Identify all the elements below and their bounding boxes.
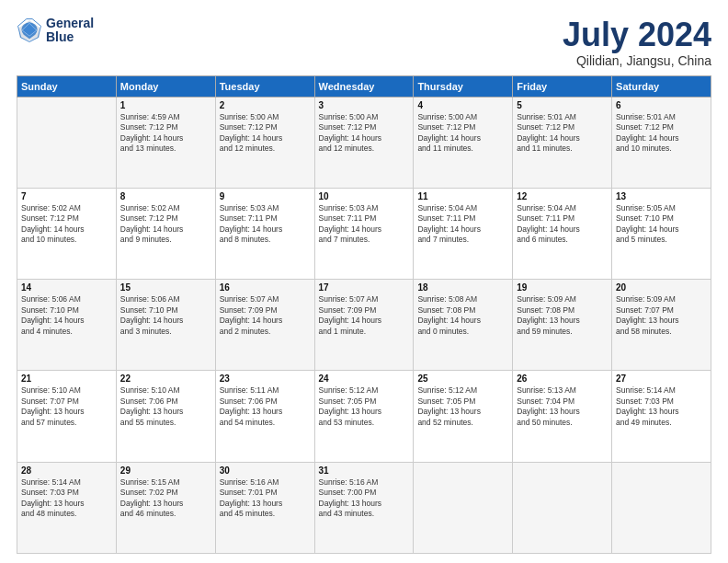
day-number: 23 bbox=[220, 373, 311, 384]
day-info: Sunrise: 5:07 AM Sunset: 7:09 PM Dayligh… bbox=[319, 294, 410, 337]
day-cell: 25Sunrise: 5:12 AM Sunset: 7:05 PM Dayli… bbox=[414, 371, 513, 462]
day-cell: 21Sunrise: 5:10 AM Sunset: 7:07 PM Dayli… bbox=[17, 371, 117, 462]
header-cell-monday: Monday bbox=[116, 75, 215, 97]
day-number: 20 bbox=[616, 282, 707, 293]
day-info: Sunrise: 5:00 AM Sunset: 7:12 PM Dayligh… bbox=[220, 112, 311, 155]
day-info: Sunrise: 5:02 AM Sunset: 7:12 PM Dayligh… bbox=[21, 203, 112, 246]
day-number: 26 bbox=[517, 373, 608, 384]
week-row-5: 28Sunrise: 5:14 AM Sunset: 7:03 PM Dayli… bbox=[17, 462, 711, 553]
day-number: 31 bbox=[319, 465, 410, 476]
day-info: Sunrise: 5:02 AM Sunset: 7:12 PM Dayligh… bbox=[120, 203, 211, 246]
day-info: Sunrise: 5:12 AM Sunset: 7:05 PM Dayligh… bbox=[319, 385, 410, 428]
day-number: 17 bbox=[319, 282, 410, 293]
day-number: 8 bbox=[120, 191, 211, 201]
day-cell: 18Sunrise: 5:08 AM Sunset: 7:08 PM Dayli… bbox=[414, 280, 513, 371]
day-info: Sunrise: 5:00 AM Sunset: 7:12 PM Dayligh… bbox=[417, 112, 508, 155]
day-info: Sunrise: 5:16 AM Sunset: 7:01 PM Dayligh… bbox=[220, 477, 311, 520]
logo-line2: Blue bbox=[46, 29, 74, 44]
day-cell: 24Sunrise: 5:12 AM Sunset: 7:05 PM Dayli… bbox=[314, 371, 414, 462]
day-number: 7 bbox=[21, 191, 112, 201]
week-row-1: 1Sunrise: 4:59 AM Sunset: 7:12 PM Daylig… bbox=[17, 97, 711, 188]
day-cell: 8Sunrise: 5:02 AM Sunset: 7:12 PM Daylig… bbox=[116, 188, 215, 279]
day-info: Sunrise: 5:13 AM Sunset: 7:04 PM Dayligh… bbox=[517, 385, 608, 428]
day-cell bbox=[612, 462, 711, 553]
day-cell: 31Sunrise: 5:16 AM Sunset: 7:00 PM Dayli… bbox=[314, 462, 414, 553]
logo-text: General Blue bbox=[46, 17, 94, 45]
day-number: 3 bbox=[319, 100, 410, 110]
day-cell: 12Sunrise: 5:04 AM Sunset: 7:11 PM Dayli… bbox=[513, 188, 612, 279]
day-info: Sunrise: 5:14 AM Sunset: 7:03 PM Dayligh… bbox=[21, 477, 112, 520]
day-info: Sunrise: 5:16 AM Sunset: 7:00 PM Dayligh… bbox=[319, 477, 410, 520]
logo-icon bbox=[17, 17, 42, 43]
day-cell: 7Sunrise: 5:02 AM Sunset: 7:12 PM Daylig… bbox=[17, 188, 117, 279]
header-cell-thursday: Thursday bbox=[414, 75, 513, 97]
day-info: Sunrise: 5:10 AM Sunset: 7:07 PM Dayligh… bbox=[21, 385, 112, 428]
day-cell bbox=[414, 462, 513, 553]
day-number: 9 bbox=[220, 191, 311, 201]
day-cell: 13Sunrise: 5:05 AM Sunset: 7:10 PM Dayli… bbox=[612, 188, 711, 279]
day-info: Sunrise: 5:03 AM Sunset: 7:11 PM Dayligh… bbox=[220, 203, 311, 246]
week-row-4: 21Sunrise: 5:10 AM Sunset: 7:07 PM Dayli… bbox=[17, 371, 711, 462]
week-row-3: 14Sunrise: 5:06 AM Sunset: 7:10 PM Dayli… bbox=[17, 280, 711, 371]
day-number: 6 bbox=[616, 100, 707, 110]
day-cell: 11Sunrise: 5:04 AM Sunset: 7:11 PM Dayli… bbox=[414, 188, 513, 279]
day-number: 27 bbox=[616, 373, 707, 384]
day-info: Sunrise: 5:08 AM Sunset: 7:08 PM Dayligh… bbox=[417, 294, 508, 337]
day-info: Sunrise: 5:01 AM Sunset: 7:12 PM Dayligh… bbox=[517, 112, 608, 155]
day-cell: 9Sunrise: 5:03 AM Sunset: 7:11 PM Daylig… bbox=[215, 188, 314, 279]
day-number: 15 bbox=[120, 282, 211, 293]
day-info: Sunrise: 5:05 AM Sunset: 7:10 PM Dayligh… bbox=[616, 203, 707, 246]
day-info: Sunrise: 5:00 AM Sunset: 7:12 PM Dayligh… bbox=[319, 112, 410, 155]
header: General Blue July 2024 Qilidian, Jiangsu… bbox=[17, 17, 711, 68]
day-cell: 5Sunrise: 5:01 AM Sunset: 7:12 PM Daylig… bbox=[513, 97, 612, 188]
day-cell: 26Sunrise: 5:13 AM Sunset: 7:04 PM Dayli… bbox=[513, 371, 612, 462]
day-info: Sunrise: 5:09 AM Sunset: 7:08 PM Dayligh… bbox=[517, 294, 608, 337]
header-row: SundayMondayTuesdayWednesdayThursdayFrid… bbox=[17, 75, 711, 97]
day-number: 19 bbox=[517, 282, 608, 293]
day-cell: 28Sunrise: 5:14 AM Sunset: 7:03 PM Dayli… bbox=[17, 462, 117, 553]
day-info: Sunrise: 5:01 AM Sunset: 7:12 PM Dayligh… bbox=[616, 112, 707, 155]
day-info: Sunrise: 5:15 AM Sunset: 7:02 PM Dayligh… bbox=[120, 477, 211, 520]
day-number: 22 bbox=[120, 373, 211, 384]
page: General Blue July 2024 Qilidian, Jiangsu… bbox=[0, 0, 728, 563]
day-cell: 23Sunrise: 5:11 AM Sunset: 7:06 PM Dayli… bbox=[215, 371, 314, 462]
calendar-table: SundayMondayTuesdayWednesdayThursdayFrid… bbox=[17, 75, 711, 554]
day-cell: 14Sunrise: 5:06 AM Sunset: 7:10 PM Dayli… bbox=[17, 280, 117, 371]
day-number: 14 bbox=[21, 282, 112, 293]
day-cell: 27Sunrise: 5:14 AM Sunset: 7:03 PM Dayli… bbox=[612, 371, 711, 462]
day-cell: 4Sunrise: 5:00 AM Sunset: 7:12 PM Daylig… bbox=[414, 97, 513, 188]
header-cell-sunday: Sunday bbox=[17, 75, 117, 97]
day-info: Sunrise: 5:12 AM Sunset: 7:05 PM Dayligh… bbox=[417, 385, 508, 428]
day-info: Sunrise: 5:06 AM Sunset: 7:10 PM Dayligh… bbox=[120, 294, 211, 337]
day-number: 13 bbox=[616, 191, 707, 201]
day-number: 18 bbox=[417, 282, 508, 293]
day-cell: 30Sunrise: 5:16 AM Sunset: 7:01 PM Dayli… bbox=[215, 462, 314, 553]
day-number: 16 bbox=[220, 282, 311, 293]
header-cell-friday: Friday bbox=[513, 75, 612, 97]
day-number: 24 bbox=[319, 373, 410, 384]
day-number: 10 bbox=[319, 191, 410, 201]
day-number: 4 bbox=[417, 100, 508, 110]
day-info: Sunrise: 4:59 AM Sunset: 7:12 PM Dayligh… bbox=[120, 112, 211, 155]
day-number: 25 bbox=[417, 373, 508, 384]
day-info: Sunrise: 5:09 AM Sunset: 7:07 PM Dayligh… bbox=[616, 294, 707, 337]
week-row-2: 7Sunrise: 5:02 AM Sunset: 7:12 PM Daylig… bbox=[17, 188, 711, 279]
day-number: 2 bbox=[220, 100, 311, 110]
day-cell: 20Sunrise: 5:09 AM Sunset: 7:07 PM Dayli… bbox=[612, 280, 711, 371]
day-info: Sunrise: 5:10 AM Sunset: 7:06 PM Dayligh… bbox=[120, 385, 211, 428]
day-cell: 19Sunrise: 5:09 AM Sunset: 7:08 PM Dayli… bbox=[513, 280, 612, 371]
day-cell bbox=[513, 462, 612, 553]
day-info: Sunrise: 5:14 AM Sunset: 7:03 PM Dayligh… bbox=[616, 385, 707, 428]
day-cell: 10Sunrise: 5:03 AM Sunset: 7:11 PM Dayli… bbox=[314, 188, 414, 279]
day-info: Sunrise: 5:03 AM Sunset: 7:11 PM Dayligh… bbox=[319, 203, 410, 246]
day-cell: 16Sunrise: 5:07 AM Sunset: 7:09 PM Dayli… bbox=[215, 280, 314, 371]
day-cell: 22Sunrise: 5:10 AM Sunset: 7:06 PM Dayli… bbox=[116, 371, 215, 462]
main-title: July 2024 bbox=[563, 17, 711, 53]
day-cell: 6Sunrise: 5:01 AM Sunset: 7:12 PM Daylig… bbox=[612, 97, 711, 188]
day-info: Sunrise: 5:11 AM Sunset: 7:06 PM Dayligh… bbox=[220, 385, 311, 428]
header-cell-tuesday: Tuesday bbox=[215, 75, 314, 97]
logo-line1: General bbox=[46, 16, 94, 30]
day-number: 1 bbox=[120, 100, 211, 110]
title-block: July 2024 Qilidian, Jiangsu, China bbox=[563, 17, 711, 68]
day-cell: 2Sunrise: 5:00 AM Sunset: 7:12 PM Daylig… bbox=[215, 97, 314, 188]
